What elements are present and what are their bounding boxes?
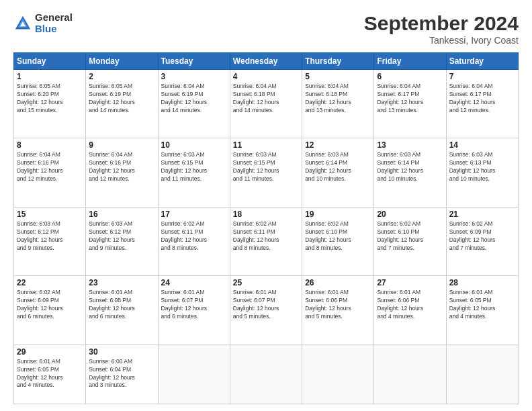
- day-info: Sunrise: 6:04 AM Sunset: 6:18 PM Dayligh…: [305, 83, 371, 115]
- day-number: 12: [305, 140, 371, 150]
- header-wednesday: Wednesday: [230, 53, 302, 70]
- table-row: 29Sunrise: 6:01 AM Sunset: 6:05 PM Dayli…: [14, 345, 86, 404]
- day-info: Sunrise: 6:03 AM Sunset: 6:14 PM Dayligh…: [305, 151, 371, 183]
- day-number: 29: [17, 347, 83, 357]
- logo-blue-label: Blue: [35, 24, 73, 35]
- day-number: 1: [17, 72, 83, 81]
- day-number: 17: [161, 210, 227, 219]
- day-info: Sunrise: 6:01 AM Sunset: 6:06 PM Dayligh…: [305, 289, 371, 321]
- table-row: 13Sunrise: 6:03 AM Sunset: 6:14 PM Dayli…: [374, 138, 446, 207]
- table-row: [374, 345, 446, 404]
- logo: General Blue: [13, 12, 73, 34]
- table-row: 1Sunrise: 6:05 AM Sunset: 6:20 PM Daylig…: [14, 70, 86, 138]
- day-info: Sunrise: 6:05 AM Sunset: 6:20 PM Dayligh…: [17, 83, 83, 115]
- page: General Blue September 2024 Tankessi, Iv…: [0, 0, 532, 411]
- table-row: 11Sunrise: 6:03 AM Sunset: 6:15 PM Dayli…: [230, 138, 302, 207]
- day-number: 7: [449, 72, 515, 81]
- day-number: 14: [449, 140, 515, 150]
- table-row: 8Sunrise: 6:04 AM Sunset: 6:16 PM Daylig…: [14, 138, 86, 207]
- table-row: 16Sunrise: 6:03 AM Sunset: 6:12 PM Dayli…: [86, 207, 158, 275]
- table-row: 3Sunrise: 6:04 AM Sunset: 6:19 PM Daylig…: [158, 70, 230, 138]
- day-info: Sunrise: 6:01 AM Sunset: 6:07 PM Dayligh…: [233, 289, 299, 321]
- table-row: 9Sunrise: 6:04 AM Sunset: 6:16 PM Daylig…: [86, 138, 158, 207]
- day-number: 22: [17, 278, 83, 287]
- calendar-header-row: Sunday Monday Tuesday Wednesday Thursday…: [14, 53, 519, 70]
- table-row: 23Sunrise: 6:01 AM Sunset: 6:08 PM Dayli…: [86, 276, 158, 345]
- header-monday: Monday: [86, 53, 158, 70]
- table-row: 5Sunrise: 6:04 AM Sunset: 6:18 PM Daylig…: [302, 70, 374, 138]
- calendar-week-row: 8Sunrise: 6:04 AM Sunset: 6:16 PM Daylig…: [14, 138, 519, 207]
- day-number: 8: [17, 140, 83, 150]
- day-number: 19: [305, 210, 371, 219]
- day-info: Sunrise: 6:03 AM Sunset: 6:15 PM Dayligh…: [233, 151, 299, 183]
- day-number: 10: [161, 140, 227, 150]
- day-info: Sunrise: 6:02 AM Sunset: 6:11 PM Dayligh…: [233, 220, 299, 253]
- table-row: 25Sunrise: 6:01 AM Sunset: 6:07 PM Dayli…: [230, 276, 302, 345]
- day-number: 16: [89, 210, 154, 219]
- table-row: 21Sunrise: 6:02 AM Sunset: 6:09 PM Dayli…: [446, 207, 518, 275]
- day-info: Sunrise: 6:02 AM Sunset: 6:09 PM Dayligh…: [17, 289, 83, 321]
- header-saturday: Saturday: [446, 53, 518, 70]
- table-row: 18Sunrise: 6:02 AM Sunset: 6:11 PM Dayli…: [230, 207, 302, 275]
- table-row: 7Sunrise: 6:04 AM Sunset: 6:17 PM Daylig…: [446, 70, 518, 138]
- day-info: Sunrise: 6:05 AM Sunset: 6:19 PM Dayligh…: [89, 83, 154, 115]
- day-number: 27: [377, 278, 443, 287]
- day-info: Sunrise: 6:03 AM Sunset: 6:13 PM Dayligh…: [449, 151, 515, 183]
- logo-text: General Blue: [35, 12, 73, 34]
- day-info: Sunrise: 6:02 AM Sunset: 6:10 PM Dayligh…: [305, 220, 371, 253]
- day-number: 15: [17, 210, 83, 219]
- table-row: 27Sunrise: 6:01 AM Sunset: 6:06 PM Dayli…: [374, 276, 446, 345]
- day-info: Sunrise: 6:04 AM Sunset: 6:18 PM Dayligh…: [233, 83, 299, 115]
- day-info: Sunrise: 6:01 AM Sunset: 6:07 PM Dayligh…: [161, 289, 227, 321]
- table-row: [446, 345, 518, 404]
- header-sunday: Sunday: [14, 53, 86, 70]
- day-info: Sunrise: 6:04 AM Sunset: 6:17 PM Dayligh…: [449, 83, 515, 115]
- title-area: September 2024 Tankessi, Ivory Coast: [364, 12, 519, 46]
- day-info: Sunrise: 6:04 AM Sunset: 6:16 PM Dayligh…: [17, 151, 83, 183]
- table-row: 15Sunrise: 6:03 AM Sunset: 6:12 PM Dayli…: [14, 207, 86, 275]
- day-number: 9: [89, 140, 154, 150]
- table-row: 26Sunrise: 6:01 AM Sunset: 6:06 PM Dayli…: [302, 276, 374, 345]
- day-number: 20: [377, 210, 443, 219]
- day-number: 25: [233, 278, 299, 287]
- day-info: Sunrise: 6:04 AM Sunset: 6:19 PM Dayligh…: [161, 83, 227, 115]
- location-subtitle: Tankessi, Ivory Coast: [364, 35, 519, 46]
- table-row: 4Sunrise: 6:04 AM Sunset: 6:18 PM Daylig…: [230, 70, 302, 138]
- day-info: Sunrise: 6:03 AM Sunset: 6:12 PM Dayligh…: [17, 220, 83, 253]
- calendar-week-row: 22Sunrise: 6:02 AM Sunset: 6:09 PM Dayli…: [14, 276, 519, 345]
- table-row: 19Sunrise: 6:02 AM Sunset: 6:10 PM Dayli…: [302, 207, 374, 275]
- table-row: 2Sunrise: 6:05 AM Sunset: 6:19 PM Daylig…: [86, 70, 158, 138]
- day-info: Sunrise: 6:00 AM Sunset: 6:04 PM Dayligh…: [89, 358, 154, 390]
- calendar-week-row: 29Sunrise: 6:01 AM Sunset: 6:05 PM Dayli…: [14, 345, 519, 404]
- table-row: 17Sunrise: 6:02 AM Sunset: 6:11 PM Dayli…: [158, 207, 230, 275]
- table-row: 10Sunrise: 6:03 AM Sunset: 6:15 PM Dayli…: [158, 138, 230, 207]
- table-row: [302, 345, 374, 404]
- calendar-week-row: 15Sunrise: 6:03 AM Sunset: 6:12 PM Dayli…: [14, 207, 519, 275]
- table-row: 6Sunrise: 6:04 AM Sunset: 6:17 PM Daylig…: [374, 70, 446, 138]
- day-number: 28: [449, 278, 515, 287]
- day-info: Sunrise: 6:04 AM Sunset: 6:17 PM Dayligh…: [377, 83, 443, 115]
- day-number: 30: [89, 347, 154, 357]
- month-title: September 2024: [364, 12, 519, 35]
- day-info: Sunrise: 6:02 AM Sunset: 6:11 PM Dayligh…: [161, 220, 227, 253]
- day-info: Sunrise: 6:03 AM Sunset: 6:12 PM Dayligh…: [89, 220, 154, 253]
- day-number: 18: [233, 210, 299, 219]
- day-info: Sunrise: 6:04 AM Sunset: 6:16 PM Dayligh…: [89, 151, 154, 183]
- calendar-table: Sunday Monday Tuesday Wednesday Thursday…: [13, 52, 519, 404]
- table-row: 30Sunrise: 6:00 AM Sunset: 6:04 PM Dayli…: [86, 345, 158, 404]
- day-info: Sunrise: 6:01 AM Sunset: 6:08 PM Dayligh…: [89, 289, 154, 321]
- day-number: 5: [305, 72, 371, 81]
- day-number: 13: [377, 140, 443, 150]
- day-number: 2: [89, 72, 154, 81]
- day-number: 11: [233, 140, 299, 150]
- day-info: Sunrise: 6:01 AM Sunset: 6:06 PM Dayligh…: [377, 289, 443, 321]
- day-number: 24: [161, 278, 227, 287]
- day-number: 3: [161, 72, 227, 81]
- header-tuesday: Tuesday: [158, 53, 230, 70]
- table-row: 14Sunrise: 6:03 AM Sunset: 6:13 PM Dayli…: [446, 138, 518, 207]
- table-row: 20Sunrise: 6:02 AM Sunset: 6:10 PM Dayli…: [374, 207, 446, 275]
- table-row: [158, 345, 230, 404]
- header: General Blue September 2024 Tankessi, Iv…: [13, 12, 519, 46]
- header-thursday: Thursday: [302, 53, 374, 70]
- day-info: Sunrise: 6:03 AM Sunset: 6:14 PM Dayligh…: [377, 151, 443, 183]
